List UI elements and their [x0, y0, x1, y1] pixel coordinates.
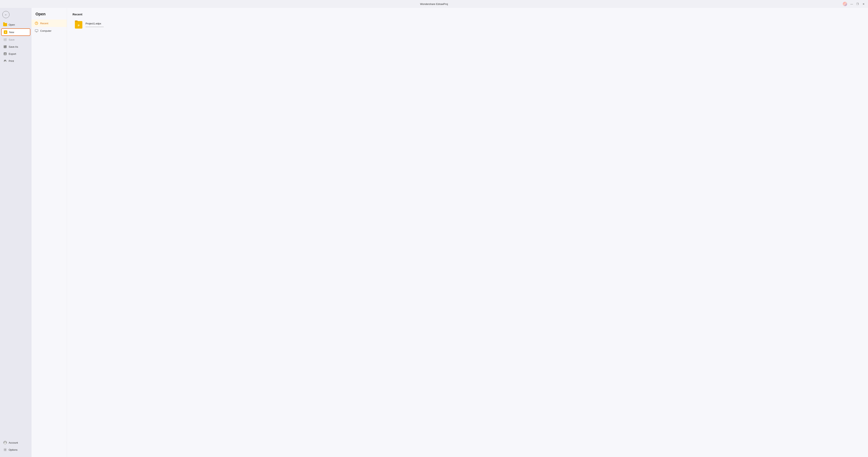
plus-icon: +	[4, 30, 7, 34]
sidebar-label-open: Open	[9, 23, 15, 26]
sidebar-item-save: Save	[1, 36, 30, 43]
svg-point-11	[6, 61, 6, 61]
file-name: Project1.edpx	[86, 22, 104, 25]
restore-button[interactable]: ❐	[856, 2, 860, 6]
svg-rect-2	[4, 40, 6, 41]
svg-rect-1	[4, 38, 5, 39]
window-controls: — ❐ ✕	[843, 2, 866, 6]
open-nav-computer-label: Computer	[40, 29, 52, 32]
open-sidebar: Open Recent Computer	[32, 8, 67, 457]
monitor-icon	[35, 29, 38, 32]
svg-rect-15	[35, 30, 38, 32]
sidebar-nav: Open + New Save	[0, 21, 32, 439]
list-item[interactable]: P Project1.edpx ••••••••••••••••••••••••	[72, 19, 135, 31]
main-content: Open Recent Computer	[32, 8, 868, 457]
open-nav-recent[interactable]: Recent	[32, 20, 67, 27]
save-icon	[3, 38, 7, 41]
folder-icon	[3, 23, 7, 27]
minimize-button[interactable]: —	[849, 2, 854, 6]
sidebar-item-account[interactable]: Account	[1, 439, 30, 446]
clock-icon	[35, 22, 38, 25]
svg-rect-10	[4, 61, 6, 62]
file-icon-image: P	[75, 21, 82, 29]
app-title: Wondershare EdrawProj	[420, 3, 448, 5]
sidebar-item-new[interactable]: + New	[1, 28, 30, 36]
open-nav-recent-label: Recent	[40, 22, 48, 25]
file-icon: P	[75, 21, 83, 29]
back-button[interactable]: ←	[2, 11, 9, 18]
sidebar-item-print[interactable]: Print	[1, 58, 30, 64]
svg-rect-5	[4, 47, 6, 48]
svg-rect-4	[4, 45, 5, 46]
sidebar-bottom: Account Options	[0, 439, 32, 455]
svg-point-13	[4, 441, 6, 443]
user-avatar[interactable]	[843, 2, 847, 6]
gear-icon	[3, 448, 7, 452]
sidebar-label-save: Save	[9, 38, 14, 41]
open-nav-computer[interactable]: Computer	[32, 27, 67, 34]
sidebar-label-new: New	[9, 31, 14, 34]
close-button[interactable]: ✕	[861, 2, 866, 6]
sidebar: ← Open + New	[0, 8, 32, 457]
sidebar-item-open[interactable]: Open	[1, 21, 30, 28]
svg-point-14	[5, 449, 6, 450]
title-bar: Wondershare EdrawProj — ❐ ✕	[0, 0, 868, 8]
sidebar-item-save-as[interactable]: Save As	[1, 43, 30, 50]
sidebar-item-options[interactable]: Options	[1, 446, 30, 453]
file-area: Recent P Project1.edpx •••••••••••••••••…	[67, 8, 868, 457]
sidebar-label-print: Print	[9, 60, 14, 62]
save-as-icon	[3, 45, 7, 49]
recent-title: Recent	[72, 12, 863, 16]
print-icon	[3, 59, 7, 63]
account-icon	[3, 440, 7, 445]
file-info: Project1.edpx ••••••••••••••••••••••••	[86, 22, 104, 28]
sidebar-label-export: Export	[9, 53, 16, 55]
sidebar-label-save-as: Save As	[9, 45, 18, 48]
svg-rect-7	[4, 54, 6, 55]
open-panel: Open Recent Computer	[32, 8, 868, 457]
open-panel-title: Open	[32, 12, 67, 20]
sidebar-item-export[interactable]: Export	[1, 51, 30, 57]
sidebar-label-options: Options	[9, 448, 18, 451]
sidebar-label-account: Account	[9, 441, 18, 444]
svg-rect-9	[4, 60, 6, 61]
export-icon	[3, 52, 7, 56]
file-path: ••••••••••••••••••••••••	[86, 26, 104, 28]
app-body: ← Open + New	[0, 8, 868, 457]
